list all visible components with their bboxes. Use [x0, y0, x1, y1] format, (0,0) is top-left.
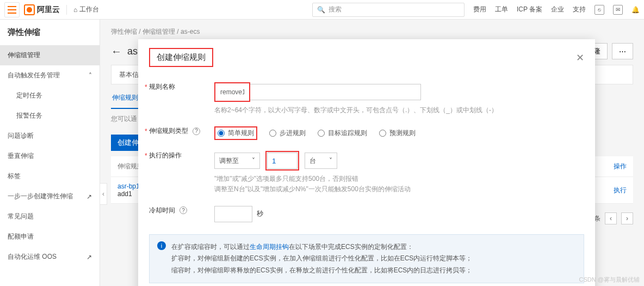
sidebar-collapse[interactable]: ‹: [100, 183, 107, 205]
crumb-mgmt[interactable]: 伸缩组管理: [143, 28, 175, 35]
sidebar-title: 弹性伸缩: [0, 27, 100, 45]
radio-simple[interactable]: 简单规则: [214, 126, 257, 140]
cloudshell-icon[interactable]: ⎋: [595, 5, 604, 15]
rule-type-radios: 简单规则 步进规则 目标追踪规则 预测规则: [214, 126, 584, 140]
bell-icon[interactable]: 🔔: [631, 6, 640, 14]
external-link-icon: ↗: [86, 193, 92, 200]
select-value: 调整至: [219, 156, 239, 166]
action-hint1: "增加"或"减少"选项最多只能支持500台，否则报错: [214, 174, 584, 184]
page-prev[interactable]: ‹: [605, 212, 617, 224]
rule-name-input-rest[interactable]: [250, 84, 421, 100]
sidebar-item-alarm[interactable]: 报警任务: [0, 106, 100, 126]
chevron-down-icon: ˅: [329, 157, 332, 165]
top-nav: 费用 工单 ICP 备案 企业 支持 ⎋ ✉ 🔔: [473, 5, 640, 15]
cooldown-input[interactable]: [214, 206, 252, 222]
action-select[interactable]: 调整至˅: [214, 153, 260, 169]
sidebar-item-label: 自动化运维 OOS: [8, 252, 57, 261]
help-icon[interactable]: ?: [179, 206, 187, 214]
sidebar-item-oos[interactable]: 自动化运维 OOS↗: [0, 247, 100, 267]
radio-label: 目标追踪规则: [328, 129, 367, 138]
nav-support[interactable]: 支持: [573, 5, 586, 14]
tab-scaling-rule[interactable]: 伸缩规则: [111, 88, 139, 109]
radio-step[interactable]: 步进规则: [269, 129, 306, 138]
sidebar-item-scalinggroup[interactable]: 伸缩组管理: [0, 45, 100, 65]
home-icon: ⌂: [73, 6, 77, 14]
info-line1: 扩容时，对伸缩组新创建的ECS实例，在加入伸缩组前进行个性化配置，比如在ECS内…: [171, 253, 472, 265]
action-unit-select[interactable]: 台˅: [305, 153, 337, 169]
search-placeholder: 搜索: [329, 5, 342, 14]
sidebar-item-label: 常见问题: [8, 212, 34, 221]
select-value: 台: [309, 156, 316, 166]
sidebar-item-label: 垂直伸缩: [8, 151, 34, 161]
sidebar-item-stepbystep[interactable]: 一步一步创建弹性伸缩↗: [0, 186, 100, 206]
chevron-down-icon: ˅: [252, 157, 255, 165]
chevron-up-icon: ˄: [89, 72, 92, 80]
radio-label: 预测规则: [389, 129, 416, 138]
lifecycle-hook-link[interactable]: 生命周期挂钩: [250, 243, 289, 251]
message-icon[interactable]: ✉: [613, 5, 623, 15]
rule-name-input[interactable]: [216, 84, 249, 100]
sidebar-item-label: 自动触发任务管理: [8, 71, 60, 80]
sidebar-item-label: 定时任务: [16, 92, 42, 99]
sidebar-item-tasks[interactable]: 自动触发任务管理˄: [0, 65, 100, 86]
watermark: CSDN @雾与晨解优辅: [579, 276, 640, 284]
more-button[interactable]: ⋯: [612, 43, 633, 59]
back-arrow-icon[interactable]: ←: [111, 45, 122, 58]
th-action: 操作: [614, 162, 627, 171]
sidebar-item-label: 一步一步创建弹性伸缩: [8, 192, 73, 201]
info-line2: 缩容时，对伸缩组即将释放的ECS实例，在释放之前进行个性化配置，比如将ECS内的…: [171, 265, 472, 277]
info-prefix: 在扩容或缩容时，可以通过: [171, 243, 250, 251]
sidebar-item-faq[interactable]: 常见问题: [0, 206, 100, 227]
sidebar-item-label: 配额申请: [8, 232, 34, 241]
divider: [66, 5, 67, 15]
sidebar-item-quota[interactable]: 配额申请: [0, 227, 100, 247]
row-action-exec[interactable]: 执行: [614, 186, 627, 195]
nav-ticket[interactable]: 工单: [495, 5, 508, 14]
sidebar-item-label: 报警任务: [16, 112, 42, 119]
sidebar-item-tags[interactable]: 标签: [0, 166, 100, 186]
sidebar-item-diag[interactable]: 问题诊断: [0, 126, 100, 146]
sidebar-item-label: 标签: [8, 172, 21, 181]
help-icon[interactable]: ?: [193, 127, 200, 135]
sidebar: 弹性伸缩 伸缩组管理 自动触发任务管理˄ 定时任务 报警任务 问题诊断 垂直伸缩…: [0, 20, 100, 286]
workbench-label: 工作台: [79, 5, 99, 14]
name-hint: 名称2~64个字符，以大小写字母、数字或中文开头，可包含点号（.）、下划线（_）…: [214, 105, 584, 115]
label-cooldown: 冷却时间: [149, 206, 175, 215]
logo[interactable]: 阿里云: [24, 4, 60, 15]
logo-text: 阿里云: [37, 5, 60, 15]
label-rule-type: 伸缩规则类型: [149, 126, 188, 136]
sidebar-item-scheduled[interactable]: 定时任务: [0, 86, 100, 106]
create-rule-modal: 创建伸缩规则 ✕ *规则名称 名称2~64个字符，以大小写字母、数字或中文开头，…: [138, 39, 595, 286]
label-rule-name: 规则名称: [149, 82, 175, 92]
radio-predict[interactable]: 预测规则: [379, 129, 416, 138]
nav-enterprise[interactable]: 企业: [551, 5, 564, 14]
external-link-icon: ↗: [86, 253, 92, 261]
info-box: i 在扩容或缩容时，可以通过生命周期挂钩在以下场景中完成ECS实例的定制化配置：…: [149, 234, 584, 284]
sidebar-item-label: 问题诊断: [8, 131, 34, 141]
search-icon: 🔍: [317, 6, 325, 14]
nav-icp[interactable]: ICP 备案: [517, 5, 542, 14]
cooldown-unit: 秒: [257, 209, 263, 218]
tab-label: 伸缩规则: [112, 94, 138, 101]
sidebar-item-vertical[interactable]: 垂直伸缩: [0, 146, 100, 166]
crumb-root[interactable]: 弹性伸缩: [111, 28, 137, 35]
action-hint2: 调整至N台"以及"增加或减少N%"一次只能触发500台实例的伸缩活动: [214, 184, 584, 194]
label-action: 执行的操作: [149, 151, 182, 160]
modal-title: 创建伸缩规则: [149, 48, 213, 67]
info-icon: i: [157, 241, 166, 250]
logo-icon: [24, 4, 35, 15]
radio-label: 步进规则: [280, 129, 306, 138]
sidebar-item-label: 伸缩组管理: [8, 51, 40, 60]
search-input[interactable]: 🔍 搜索: [312, 3, 465, 17]
page-next[interactable]: ›: [621, 212, 633, 224]
nav-fee[interactable]: 费用: [473, 5, 486, 14]
close-icon[interactable]: ✕: [576, 52, 584, 64]
radio-target[interactable]: 目标追踪规则: [318, 129, 367, 138]
radio-label: 简单规则: [228, 129, 254, 138]
breadcrumb: 弹性伸缩 / 伸缩组管理 / as-ecs: [100, 20, 644, 41]
info-suffix: 在以下场景中完成ECS实例的定制化配置：: [289, 243, 413, 251]
crumb-current: as-ecs: [181, 28, 200, 35]
action-count-input[interactable]: [267, 153, 298, 169]
menu-toggle[interactable]: [4, 2, 20, 17]
workbench-link[interactable]: ⌂ 工作台: [73, 5, 99, 14]
